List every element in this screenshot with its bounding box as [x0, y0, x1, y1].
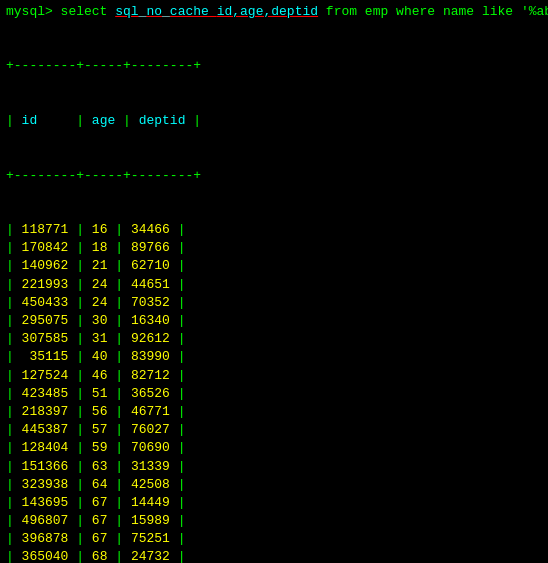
mysql-prompt: mysql> [6, 4, 61, 19]
terminal-window: mysql> select sql_no_cache id,age,deptid… [6, 4, 542, 563]
table-row: | 323938 | 64 | 42508 | [6, 476, 542, 494]
table-row: | 221993 | 24 | 44651 | [6, 276, 542, 294]
sql-no-cache: sql_no_cache [115, 4, 216, 19]
table-row: | 445387 | 57 | 76027 | [6, 421, 542, 439]
table-row: | 365040 | 68 | 24732 | [6, 548, 542, 563]
table-row: | 151366 | 63 | 31339 | [6, 458, 542, 476]
table-row: | 496807 | 67 | 15989 | [6, 512, 542, 530]
table-row: | 396878 | 67 | 75251 | [6, 530, 542, 548]
where-keyword: where [396, 4, 435, 19]
table-body: | 118771 | 16 | 34466 || 170842 | 18 | 8… [6, 221, 542, 563]
table-row: | 307585 | 31 | 92612 | [6, 330, 542, 348]
table-row: | 450433 | 24 | 70352 | [6, 294, 542, 312]
select-keyword: select [61, 4, 116, 19]
table-row: | 295075 | 30 | 16340 | [6, 312, 542, 330]
table-row: | 35115 | 40 | 83990 | [6, 348, 542, 366]
columns: id,age,deptid [217, 4, 318, 19]
table-row: | 127524 | 46 | 82712 | [6, 367, 542, 385]
table-row: | 218397 | 56 | 46771 | [6, 403, 542, 421]
result-table: +--------+-----+--------+ | id | age | d… [6, 21, 542, 563]
query-line: mysql> select sql_no_cache id,age,deptid… [6, 4, 542, 19]
table-row: | 170842 | 18 | 89766 | [6, 239, 542, 257]
table-row: | 128404 | 59 | 70690 | [6, 439, 542, 457]
divider-mid: +--------+-----+--------+ [6, 167, 542, 185]
table-row: | 118771 | 16 | 34466 | [6, 221, 542, 239]
query-rest: name like '%abc'; [435, 4, 548, 19]
table-row: | 423485 | 51 | 36526 | [6, 385, 542, 403]
table-row: | 140962 | 21 | 62710 | [6, 257, 542, 275]
from-keyword: from emp [318, 4, 396, 19]
table-row: | 143695 | 67 | 14449 | [6, 494, 542, 512]
column-headers: | id | age | deptid | [6, 112, 542, 130]
divider-top: +--------+-----+--------+ [6, 57, 542, 75]
